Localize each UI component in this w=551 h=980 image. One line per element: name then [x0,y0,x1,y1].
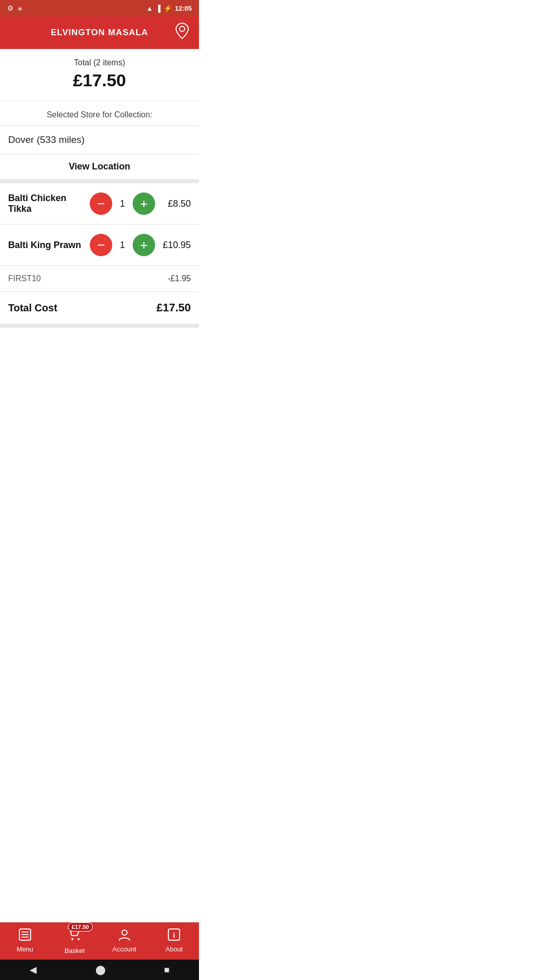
total-section: Total (2 items) £17.50 [0,49,199,101]
location-icon[interactable] [173,22,191,43]
wifi-icon: ▲ [146,5,153,12]
decrease-item-2-button[interactable]: − [90,234,112,256]
item-price-1: £8.50 [160,199,191,209]
increase-item-1-button[interactable]: + [133,192,155,215]
item-row-2: Balti King Prawn − 1 + £10.95 [0,225,199,266]
increase-item-2-button[interactable]: + [133,234,155,256]
item-price-2: £10.95 [160,240,191,251]
item-controls-1: − 1 + £8.50 [90,192,191,215]
battery-icon: ⚡ [164,5,172,12]
status-bar: ⚙ ◉ ▲ ▐ ⚡ 12:05 [0,0,199,16]
total-cost-row: Total Cost £17.50 [0,292,199,328]
item-controls-2: − 1 + £10.95 [90,234,191,256]
total-amount: £17.50 [8,70,191,90]
total-cost-amount: £17.50 [157,301,191,314]
view-location-button[interactable]: View Location [0,154,199,183]
main-content: Total (2 items) £17.50 Selected Store fo… [0,49,199,328]
top-bar: ELVINGTON MASALA [0,16,199,49]
notification-icon: ◉ [18,6,22,11]
status-right-icons: ▲ ▐ ⚡ 12:05 [146,5,192,12]
total-cost-label: Total Cost [8,302,57,314]
item-name-2: Balti King Prawn [8,240,90,251]
item-qty-1: 1 [117,199,128,209]
store-name: Dover (533 miles) [8,134,85,145]
discount-row: FIRST10 -£1.95 [0,266,199,292]
restaurant-name: ELVINGTON MASALA [51,28,148,38]
signal-icon: ▐ [156,5,161,12]
store-selection-section: Selected Store for Collection: [0,101,199,126]
settings-icon: ⚙ [7,4,14,12]
store-selection-label: Selected Store for Collection: [46,110,152,119]
discount-code: FIRST10 [8,274,41,283]
decrease-item-1-button[interactable]: − [90,192,112,215]
item-qty-2: 1 [117,240,128,251]
item-name-1: Balti Chicken Tikka [8,193,90,214]
discount-amount: -£1.95 [168,274,191,283]
status-left-icons: ⚙ ◉ [7,4,22,12]
time-display: 12:05 [175,5,192,12]
items-section: Balti Chicken Tikka − 1 + £8.50 Balti Ki… [0,183,199,328]
total-items-label: Total (2 items) [8,58,191,67]
svg-point-0 [180,27,185,32]
store-name-row[interactable]: Dover (533 miles) [0,126,199,154]
item-row-1: Balti Chicken Tikka − 1 + £8.50 [0,183,199,225]
